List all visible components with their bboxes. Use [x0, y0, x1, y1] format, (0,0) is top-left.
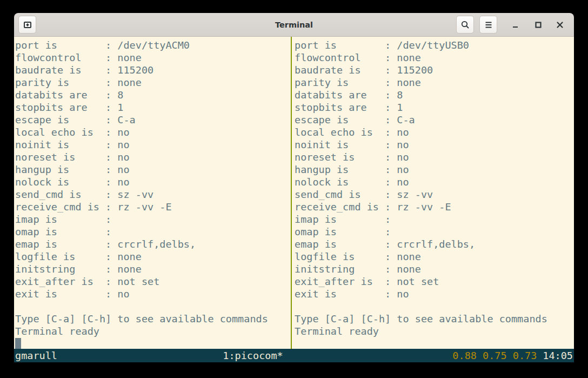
minimize-button[interactable] — [509, 18, 522, 31]
status-clock: 14:05 — [543, 349, 573, 362]
titlebar[interactable]: Terminal — [14, 13, 574, 37]
close-icon — [554, 19, 565, 30]
terminal-window: Terminal — [14, 13, 574, 362]
tmux-panes: port is : /dev/ttyACM0 flowcontrol : non… — [14, 37, 574, 349]
maximize-icon — [533, 19, 544, 30]
status-host: gmarull — [15, 349, 57, 362]
pane-right-picocom-ttyUSB0[interactable]: port is : /dev/ttyUSB0 flowcontrol : non… — [292, 37, 574, 349]
search-icon — [460, 19, 471, 30]
new-tab-button[interactable] — [18, 16, 36, 34]
terminal-cursor — [15, 338, 21, 349]
close-button[interactable] — [553, 18, 566, 31]
status-right: 0.88 0.75 0.73 14:05 — [452, 349, 573, 362]
menu-icon — [483, 19, 494, 30]
maximize-button[interactable] — [532, 18, 545, 31]
status-window-label: 1:picocom* — [223, 349, 283, 362]
pane-left-picocom-ttyACM0[interactable]: port is : /dev/ttyACM0 flowcontrol : non… — [14, 37, 291, 349]
minimize-icon — [510, 19, 521, 30]
pane-left-output: port is : /dev/ttyACM0 flowcontrol : non… — [15, 39, 291, 337]
menu-button[interactable] — [479, 16, 497, 34]
titlebar-controls — [456, 16, 566, 34]
window-title: Terminal — [275, 21, 313, 29]
pane-right-output: port is : /dev/ttyUSB0 flowcontrol : non… — [295, 39, 574, 337]
terminal-screen: port is : /dev/ttyACM0 flowcontrol : non… — [14, 37, 574, 362]
status-load-average: 0.88 0.75 0.73 — [452, 349, 537, 362]
search-button[interactable] — [456, 16, 474, 34]
desktop: { "window": { "title": "Terminal" }, "ti… — [0, 0, 588, 378]
tmux-status-bar: gmarull 1:picocom* 0.88 0.75 0.73 14:05 — [14, 349, 574, 362]
tab-new-icon — [22, 19, 33, 30]
